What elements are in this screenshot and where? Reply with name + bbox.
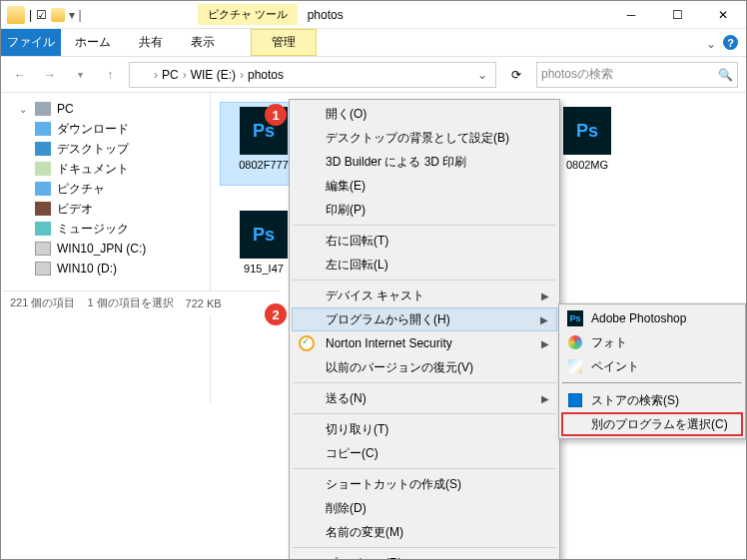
tree-item[interactable]: ピクチャ [1,179,210,199]
forward-button[interactable]: → [39,64,61,86]
up-button[interactable]: ↑ [99,64,121,86]
tree-pc[interactable]: ⌄ PC [1,99,210,119]
annotation-badge-2: 2 [265,303,287,325]
tree-item-icon [35,242,51,256]
tab-view[interactable]: 表示 [177,29,229,56]
chevron-right-icon[interactable]: › [181,68,189,82]
help-icon[interactable]: ? [723,35,738,50]
context-menu: 開く(O) デスクトップの背景として設定(B) 3D Builder による 3… [289,99,560,560]
menu-print[interactable]: 印刷(P) [292,198,557,222]
status-bar: 221 個の項目 1 個の項目を選択 722 KB [2,290,282,314]
menu-norton[interactable]: Norton Internet Security▶ [292,331,557,355]
photoshop-thumbnail-icon: Ps [563,107,611,155]
menu-rotate-left[interactable]: 左に回転(L) [292,253,557,277]
menu-create-shortcut[interactable]: ショートカットの作成(S) [292,472,557,496]
ribbon-expand-icon[interactable]: ⌄ [706,37,716,51]
minimize-button[interactable]: ─ [608,2,654,28]
chevron-right-icon: ▶ [540,314,548,325]
submenu-photoshop[interactable]: PsAdobe Photoshop [561,306,743,330]
crumb-drive[interactable]: WIE (E:) [191,68,236,82]
address-dropdown[interactable]: ⌄ [477,68,491,82]
tree-item[interactable]: ドキュメント [1,159,210,179]
menu-open-with[interactable]: プログラムから開く(H)▶ [292,307,557,331]
search-icon[interactable]: 🔍 [718,68,733,82]
chevron-right-icon: ▶ [541,393,549,404]
window-titlebar: | ☑ ▾ | ピクチャ ツール photos ─ ☐ ✕ [1,1,746,29]
tree-item[interactable]: ビデオ [1,199,210,219]
tree-item[interactable]: ダウンロード [1,119,210,139]
menu-restore-versions[interactable]: 以前のバージョンの復元(V) [292,355,557,379]
chevron-right-icon: ▶ [541,290,549,301]
tree-item-icon [35,162,51,176]
maximize-button[interactable]: ☐ [654,2,700,28]
crumb-folder[interactable]: photos [248,68,284,82]
menu-edit[interactable]: 編集(E) [292,174,557,198]
menu-delete[interactable]: 削除(D) [292,496,557,520]
refresh-button[interactable]: ⟳ [504,68,528,82]
search-input[interactable]: photosの検索 🔍 [536,62,738,88]
menu-rotate-right[interactable]: 右に回転(T) [292,229,557,253]
tree-item-label: ビデオ [57,201,93,218]
recent-dropdown[interactable]: ▾ [69,64,91,86]
tree-item-icon [35,262,51,276]
norton-icon [299,335,315,351]
folder-icon [134,68,150,82]
folder-icon-small [51,8,65,22]
back-button[interactable]: ← [9,64,31,86]
status-size: 722 KB [186,297,222,309]
submenu-paint[interactable]: ペイント [561,354,743,378]
tree-item-icon [35,122,51,136]
checkbox-icon[interactable]: ☑ [36,8,47,22]
tree-item-icon [35,202,51,216]
address-bar: ← → ▾ ↑ › PC › WIE (E:) › photos ⌄ ⟳ pho… [1,57,746,93]
collapse-icon[interactable]: ⌄ [19,104,29,115]
tree-item-label: ミュージック [57,221,129,238]
folder-icon [7,6,25,24]
tree-item[interactable]: WIN10_JPN (C:) [1,239,210,259]
chevron-right-icon[interactable]: › [152,68,160,82]
file-name: 0802MG [566,159,608,172]
store-icon [568,393,582,407]
menu-cut[interactable]: 切り取り(T) [292,417,557,441]
tab-manage[interactable]: 管理 [251,29,317,56]
tab-share[interactable]: 共有 [125,29,177,56]
file-name: 915_I47 [244,263,284,276]
tree-item[interactable]: ミュージック [1,219,210,239]
photoshop-thumbnail-icon: Ps [240,211,288,259]
tab-file[interactable]: ファイル [1,29,61,56]
open-with-submenu: PsAdobe Photoshop フォト ペイント ストアの検索(S) 別のプ… [558,303,746,439]
nav-sidebar: ⌄ PC ダウンロードデスクトップドキュメントピクチャビデオミュージックWIN1… [1,93,211,402]
paint-icon [568,359,582,373]
menu-device-cast[interactable]: デバイス キャスト▶ [292,283,557,307]
qat-overflow[interactable]: ▾ | [69,8,81,22]
crumb-pc[interactable]: PC [162,68,179,82]
submenu-choose-program[interactable]: 別のプログラムを選択(C) [561,412,743,436]
menu-set-desktop-bg[interactable]: デスクトップの背景として設定(B) [292,126,557,150]
tree-item[interactable]: デスクトップ [1,139,210,159]
ribbon-tabs: ファイル ホーム 共有 表示 管理 ⌄ ? [1,29,746,57]
tree-item-label: ピクチャ [57,181,105,198]
file-name: 0802F777 [239,159,289,172]
tree-item-icon [35,182,51,196]
close-button[interactable]: ✕ [700,2,746,28]
menu-properties[interactable]: プロパティ(R) [292,551,557,560]
tree-item-label: WIN10 (D:) [57,262,117,276]
tree-item-label: ダウンロード [57,121,129,138]
breadcrumb[interactable]: › PC › WIE (E:) › photos ⌄ [129,62,496,88]
tab-home[interactable]: ホーム [61,29,125,56]
submenu-store-search[interactable]: ストアの検索(S) [561,388,743,412]
menu-copy[interactable]: コピー(C) [292,441,557,465]
qat-divider: | [29,8,32,22]
menu-open[interactable]: 開く(O) [292,102,557,126]
menu-rename[interactable]: 名前の変更(M) [292,520,557,544]
chevron-right-icon: ▶ [541,338,549,349]
menu-send-to[interactable]: 送る(N)▶ [292,386,557,410]
pc-icon [35,102,51,116]
tree-item[interactable]: WIN10 (D:) [1,259,210,279]
submenu-photos[interactable]: フォト [561,330,743,354]
chevron-right-icon[interactable]: › [238,68,246,82]
menu-3d-builder[interactable]: 3D Builder による 3D 印刷 [292,150,557,174]
status-selected: 1 個の項目を選択 [87,295,173,310]
tree-item-icon [35,142,51,156]
window-title: photos [308,8,608,22]
